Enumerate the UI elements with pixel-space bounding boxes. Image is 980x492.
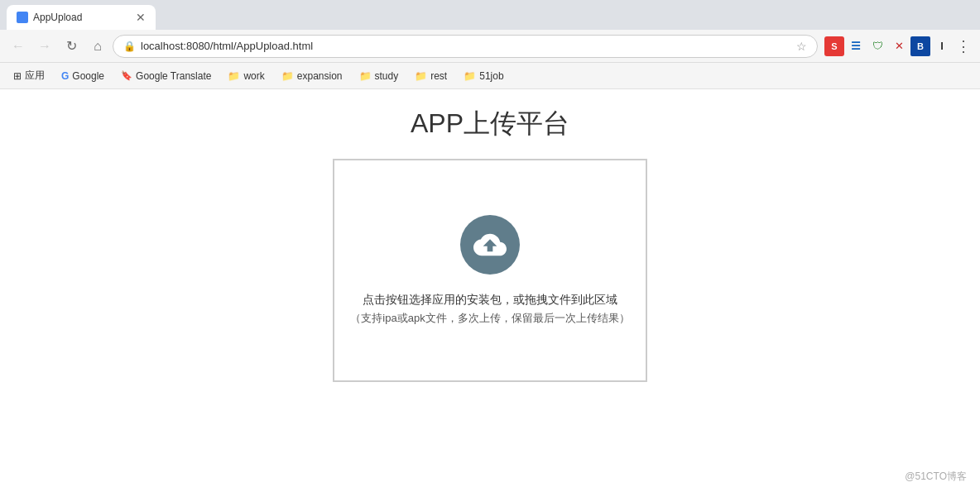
- reload-button[interactable]: ↻: [60, 35, 83, 58]
- google-icon: G: [61, 70, 69, 82]
- watermark: @51CTO博客: [905, 470, 967, 484]
- tab-bar: AppUpload ✕: [0, 0, 980, 30]
- tab-close-button[interactable]: ✕: [136, 11, 146, 24]
- page-title: APP上传平台: [411, 106, 569, 142]
- folder-icon-study: 📁: [359, 70, 372, 82]
- bookmark-label-translate: Google Translate: [136, 70, 211, 82]
- home-button[interactable]: ⌂: [86, 35, 109, 58]
- bookmark-rest[interactable]: 📁 rest: [408, 67, 454, 85]
- security-icon: 🔒: [123, 41, 136, 52]
- folder-icon-work: 📁: [228, 70, 240, 82]
- bookmark-label-rest: rest: [430, 70, 447, 82]
- address-bar[interactable]: 🔒 localhost:8080/html/AppUpload.html ☆: [113, 35, 818, 58]
- folder-icon-expansion: 📁: [281, 70, 294, 82]
- extension-icon-5[interactable]: B: [910, 36, 930, 56]
- bookmarks-bar: ⊞ 应用 G Google 🔖 Google Translate 📁 work …: [0, 63, 980, 89]
- bookmark-51job[interactable]: 📁 51job: [457, 67, 510, 85]
- bookmark-label-study: study: [375, 70, 399, 82]
- bookmark-expansion[interactable]: 📁 expansion: [275, 67, 349, 85]
- back-button[interactable]: ←: [7, 35, 30, 58]
- extension-icon-2[interactable]: ☰: [846, 36, 866, 56]
- translate-favicon: 🔖: [121, 70, 132, 81]
- bookmark-label-work: work: [243, 70, 264, 82]
- toolbar-actions: S ☰ 🛡 ✕ B I ⋮: [824, 36, 973, 56]
- folder-icon-51job: 📁: [464, 70, 476, 82]
- bookmark-label-51job: 51job: [479, 70, 503, 82]
- tab-title: AppUpload: [33, 12, 82, 23]
- bookmark-work[interactable]: 📁 work: [221, 67, 271, 85]
- upload-drop-zone[interactable]: 点击按钮选择应用的安装包，或拖拽文件到此区域 （支持ipa或apk文件，多次上传…: [333, 159, 647, 382]
- url-text: localhost:8080/html/AppUpload.html: [141, 40, 313, 52]
- bookmark-google[interactable]: G Google: [55, 67, 111, 85]
- bookmark-label-expansion: expansion: [297, 70, 343, 82]
- bookmark-study[interactable]: 📁 study: [353, 67, 406, 85]
- bookmark-translate[interactable]: 🔖 Google Translate: [114, 67, 218, 85]
- upload-main-text: 点击按钮选择应用的安装包，或拖拽文件到此区域: [363, 289, 617, 310]
- upload-icon-circle: [460, 215, 520, 275]
- forward-button[interactable]: →: [33, 35, 56, 58]
- browser-tab[interactable]: AppUpload ✕: [7, 5, 156, 30]
- upload-sub-text: （支持ipa或apk文件，多次上传，保留最后一次上传结果）: [350, 311, 629, 326]
- bookmark-label-apps: 应用: [25, 69, 45, 83]
- tab-favicon: [17, 12, 28, 23]
- apps-icon: ⊞: [13, 70, 22, 82]
- extension-icon-3[interactable]: 🛡: [867, 36, 887, 56]
- cloud-upload-icon: [473, 228, 507, 261]
- bookmark-star-icon[interactable]: ☆: [796, 40, 807, 53]
- folder-icon-rest: 📁: [415, 70, 427, 82]
- page-content: APP上传平台 点击按钮选择应用的安装包，或拖拽文件到此区域 （支持ipa或ap…: [0, 89, 980, 492]
- bookmark-label-google: Google: [72, 70, 104, 82]
- bookmark-apps[interactable]: ⊞ 应用: [7, 65, 51, 86]
- extension-icon-6[interactable]: I: [932, 36, 952, 56]
- extension-icon-1[interactable]: S: [824, 36, 844, 56]
- menu-button[interactable]: ⋮: [954, 36, 973, 56]
- browser-window: AppUpload ✕ ← → ↻ ⌂ 🔒 localhost:8080/htm…: [0, 0, 980, 492]
- extension-icon-4[interactable]: ✕: [889, 36, 909, 56]
- toolbar: ← → ↻ ⌂ 🔒 localhost:8080/html/AppUpload.…: [0, 30, 980, 63]
